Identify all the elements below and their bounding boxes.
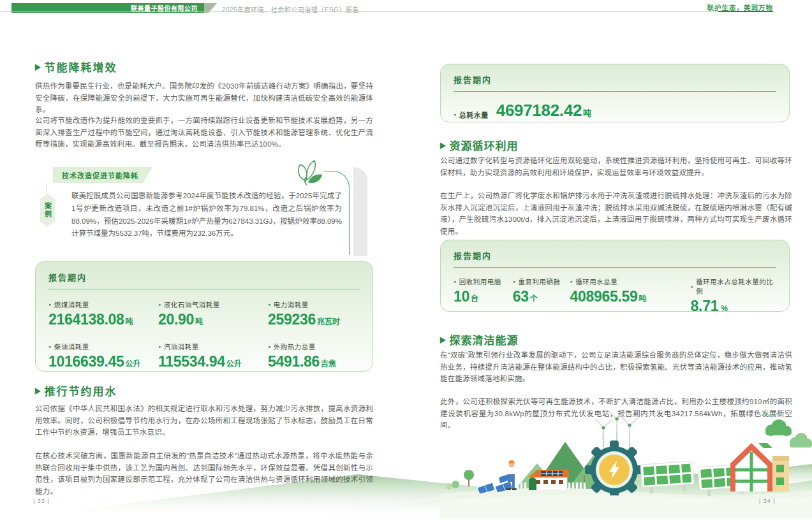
energy-paragraph-2: 公司将节能改造作为提升能效的重要抓手，一方面持续跟踪行业设备更新和节能技术发展趋… (35, 115, 373, 150)
data-box-divider (48, 289, 360, 289)
energy-data-box: 报告期内 ●燃煤消耗量 2164138.08吨 ●液化石油气消耗量 20.90吨… (35, 261, 373, 372)
recycle-paragraph-1: 公司通过数字化转型与资源循环化应用双轮驱动，系统性推进资源循环利用，坚持使用可再… (440, 155, 792, 178)
report-title: 2025年度环境、社会和公司治理（ESG）报告 (222, 4, 359, 14)
report-spread: 联美量子股份有限公司 2025年度环境、社会和公司治理（ESG）报告 联护生态，… (0, 0, 812, 531)
bullet-icon: ● (268, 302, 271, 307)
bullet-icon: ● (570, 279, 573, 284)
case-badge: 案例 (40, 194, 55, 227)
section-arrow-icon: ▶ (35, 62, 40, 71)
page-number-right: | 34 | (759, 498, 776, 504)
bullet-icon: ● (268, 344, 271, 349)
metric-purchased-heat: ●外购热力总量 5491.86吉焦 (268, 342, 360, 370)
bullet-icon: ● (691, 284, 694, 289)
section-arrow-icon: ▶ (35, 386, 40, 395)
metric-computers: ●回收利用电脑 10台 (454, 277, 513, 315)
case-tab-title: 技术改造促进节能降耗 (53, 167, 152, 183)
case-connector-line (47, 183, 47, 194)
bullet-icon: ● (158, 302, 161, 307)
section-arrow-icon: ▶ (440, 335, 445, 344)
metric-diesel: ●柴油消耗量 1016639.45公升 (48, 342, 158, 370)
metric-recycled-water-ratio: ●循环用水占总耗水量的比例 8.71% (691, 277, 776, 315)
bullet-icon: ● (48, 344, 52, 349)
section-title-water-saving: ▶ 推行节约用水 (35, 382, 117, 398)
eco-illustration (440, 411, 812, 518)
energy-paragraph-1: 供热作为重要民生行业，也是能耗大户。国务院印发的《2030年前碳达峰行动方案》明… (35, 80, 373, 116)
bullet-icon: ● (158, 344, 161, 349)
bullet-icon: ● (454, 279, 457, 284)
data-box-divider (454, 267, 776, 268)
metric-electricity: ●电力消耗量 259236兆瓦时 (268, 300, 360, 328)
section-title-recycle: ▶ 资源循环利用 (440, 137, 518, 153)
metric-gasoline: ●汽油消耗量 115534.94公升 (158, 342, 268, 370)
data-box-divider (454, 91, 776, 92)
header-divider (0, 11, 773, 12)
metric-recycled-water: ●循环用水总量 408965.59吨 (570, 277, 690, 315)
page-number-left: | 33 | (33, 498, 50, 504)
recycle-data-box: 报告期内 ●回收利用电脑 10台 ●重复利用硒鼓 63个 ●循环用水总量 408… (440, 240, 790, 312)
eco-house-icon (730, 443, 789, 491)
leaf-icon (292, 158, 325, 186)
water-paragraph-2: 在核心技术突破方面，国惠新能源自主研发的“热泵自洁技术”通过热动式水源热泵，将中… (35, 450, 373, 498)
header-divider-accent (718, 11, 773, 12)
cloud-icon (790, 433, 812, 447)
bullet-icon: ● (454, 112, 457, 117)
case-body-text: 联美控股成员公司国惠新能源参考2024年度节能技术改造的经验，于2025年完成了… (71, 190, 342, 240)
metric-total-water: ●总耗水量 4697182.42吨 (454, 101, 776, 120)
metric-lpg: ●液化石油气消耗量 20.90吨 (158, 300, 268, 328)
recycle-paragraph-2: 在生产上，公司热源厂将化学废水和锅炉排污水用于冲洗灰渣或进行脱硫排水处理：冲洗灰… (440, 190, 792, 238)
water-total-box: 报告期内 ●总耗水量 4697182.42吨 (440, 64, 790, 122)
bullet-icon: ● (48, 302, 52, 307)
data-box-title: 报告期内 (48, 271, 360, 283)
metric-coal: ●燃煤消耗量 2164138.08吨 (48, 300, 158, 328)
gear-energy-icon (585, 440, 644, 499)
section-title-energy-saving: ▶ 节能降耗增效 (35, 59, 117, 75)
clean-paragraph-1: 在“双碳”政策引领行业改革发展的驱动下，公司立足清洁能源综合服务商的总体定位，稳… (440, 349, 792, 385)
section-arrow-icon: ▶ (440, 140, 445, 150)
squiggle-decoration (762, 414, 781, 417)
cloud-icon (765, 419, 792, 436)
case-box-shadow (353, 167, 367, 256)
water-paragraph-1: 公司依据《中华人民共和国水法》的相关规定进行取水和污水处理，努力减少污水排放，提… (35, 403, 373, 439)
bullet-icon: ● (513, 279, 516, 284)
section-title-clean-energy: ▶ 探索清洁能源 (440, 331, 518, 347)
metric-toner-cartridges: ●重复利用硒鼓 63个 (513, 277, 570, 315)
case-study-box: 技术改造促进节能降耗 案例 联美控股成员公司国惠新能源参考2024年度节能技术改… (40, 163, 366, 256)
